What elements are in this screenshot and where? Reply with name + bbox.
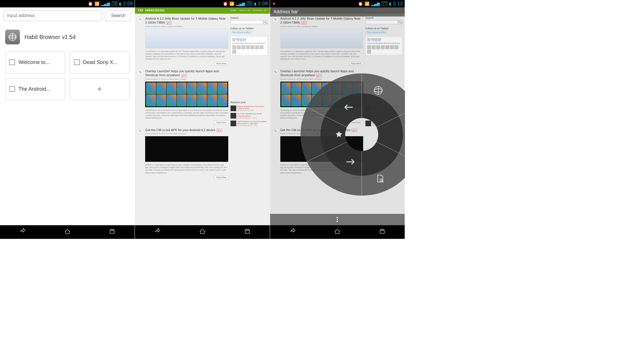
recents-icon[interactable] — [379, 228, 386, 236]
tile-label: Welcome to... — [18, 59, 50, 65]
speed-dial-tile[interactable]: The Android... — [5, 78, 65, 100]
battery-level: 78 — [112, 1, 117, 6]
tile-label: The Android... — [18, 86, 50, 92]
alarm-icon: ⏰ — [223, 1, 228, 6]
read-more-button[interactable]: Read More — [214, 175, 228, 179]
clock: 2:08 — [258, 1, 268, 6]
wifi-icon: 📶 — [229, 1, 234, 6]
article[interactable]: ✎ Overlay Launcher helps you quickly lau… — [137, 69, 228, 125]
clock: 2:08 — [123, 1, 133, 6]
article-meta: Posted on March 21, 2013 in Android Apps… — [145, 78, 228, 80]
article-title[interactable]: Get the CM cLock APK for your Android 4.… — [145, 128, 215, 132]
battery-icon: ▮ — [254, 1, 256, 6]
random-post-title: Random post — [231, 101, 268, 104]
fb-like-row[interactable]: Like · You like this — [232, 40, 266, 42]
pane-home: ⏰ 📶 ▂▄▆ 78 ▮ 2:08 Search Habit Browser v… — [0, 0, 135, 239]
article-title[interactable]: Android 4.1.2 Jelly Bean Update for T-Mo… — [145, 17, 225, 24]
recents-icon[interactable] — [108, 228, 116, 236]
signal-icon: ▂▄▆ — [371, 1, 380, 6]
svg-rect-20 — [380, 230, 384, 233]
pencil-icon: ✎ — [137, 128, 143, 134]
signal-icon: ▂▄▆ — [101, 1, 110, 6]
gplus-badge[interactable]: g+1 — [166, 21, 172, 24]
gplus-badge[interactable]: g+1 — [181, 74, 187, 77]
bottom-menu-bar[interactable] — [270, 214, 405, 225]
home-icon[interactable] — [334, 228, 341, 236]
svg-rect-2 — [110, 230, 114, 233]
status-bar: ⏰ 📶 ▂▄▆ 78 ▮ 2:08 — [0, 0, 135, 7]
article-image — [145, 136, 228, 162]
placeholder-icon — [9, 86, 15, 92]
nav-link[interactable]: ABOUT US — [239, 10, 250, 11]
pane-browser: ⏰ 📶 ▂▄▆ 78 ▮ 2:08 THE ANDROIDSOUL HOME A… — [135, 0, 270, 239]
svg-rect-21 — [381, 229, 384, 230]
gplus-badge[interactable]: g+1 — [217, 129, 222, 132]
notification-icon — [273, 3, 275, 5]
pencil-icon: ✎ — [137, 69, 143, 75]
article[interactable]: ✎ Get the CM cLock APK for your Android … — [137, 128, 228, 179]
alarm-icon: ⏰ — [88, 1, 93, 6]
battery-level: 78 — [247, 1, 252, 6]
status-bar: ⏰ 📶 ▂▄▆ 78 ▮ 2:08 — [135, 0, 270, 7]
system-nav-bar — [135, 225, 270, 239]
article-image — [145, 29, 228, 49]
article-image — [145, 82, 228, 107]
pane-pie-menu: ⏰ 📶 ▂▄▆ 77 ▮ 2:12 THE ANDROIDSOUL HOMEAB… — [270, 0, 405, 239]
speed-dial-tile[interactable]: Welcome to... — [5, 51, 65, 73]
sidebar-search-button[interactable]: 🔍 — [264, 20, 268, 24]
wifi-icon: 📶 — [365, 1, 369, 6]
placeholder-icon — [74, 59, 80, 65]
search-button[interactable]: Search — [105, 10, 131, 21]
nav-link[interactable]: CONTACT US — [253, 10, 267, 11]
sidebar-search-input[interactable] — [231, 20, 263, 24]
wifi-icon: 📶 — [94, 1, 99, 6]
recents-icon[interactable] — [244, 228, 251, 236]
back-icon[interactable] — [289, 228, 296, 236]
read-more-button[interactable]: Read More — [214, 62, 228, 65]
nav-link[interactable]: HOME — [230, 10, 236, 11]
article[interactable]: ✎ Android 4.1.2 Jelly Bean Update for T-… — [137, 16, 228, 66]
clock: 2:12 — [393, 1, 403, 6]
battery-icon: ▮ — [119, 1, 121, 6]
fb-avatars — [232, 45, 266, 54]
read-more-button[interactable]: Read More — [214, 121, 228, 124]
pencil-icon: ✎ — [137, 16, 143, 23]
site-header: THE ANDROIDSOUL HOME ABOUT US CONTACT US — [135, 7, 270, 14]
address-bar-overlay[interactable]: Address bar — [270, 7, 405, 16]
battery-icon: ▮ — [389, 1, 391, 6]
sidebar-search-title: Search — [231, 16, 268, 19]
site-logo[interactable]: THE ANDROIDSOUL — [138, 9, 165, 12]
article-excerpt: The Android 4.1.2 Jelly Bean update for … — [145, 50, 228, 60]
speed-dial-tile[interactable]: Dead Sony X... — [70, 51, 130, 73]
random-post[interactable]: Android Smartwatch by Samsung is 'indeed… — [231, 106, 268, 111]
habit-logo-icon — [5, 30, 20, 44]
back-icon[interactable] — [19, 228, 26, 236]
twitter-follow-button[interactable]: Follow @theAndroidSoul — [231, 31, 252, 34]
article-meta: Posted on March 21, 2013 in Android Apps… — [145, 133, 228, 135]
system-nav-bar — [0, 225, 135, 239]
article-meta: Posted on March 22, 2013 in Updates by A… — [145, 26, 228, 27]
random-post[interactable]: ASUS Padfone 2 to come pre-installed wit… — [231, 121, 268, 126]
random-post[interactable]: Ice Cream Sandwich port for the Samsung … — [231, 113, 268, 119]
address-input[interactable] — [3, 10, 102, 21]
facebook-widget[interactable]: The Android Soul Like · You like this Yo… — [231, 36, 268, 55]
svg-rect-4 — [245, 230, 249, 233]
back-icon[interactable] — [154, 228, 161, 236]
home-icon[interactable] — [64, 228, 71, 236]
battery-level: 77 — [382, 1, 387, 6]
tile-label: Dead Sony X... — [83, 59, 118, 65]
home-icon[interactable] — [199, 228, 206, 236]
system-nav-bar — [270, 225, 405, 239]
add-tile-button[interactable]: + — [70, 78, 130, 100]
twitter-title: Follow us on Twitter! — [231, 27, 268, 30]
page-title: Habit Browser v1.54 — [24, 34, 76, 40]
placeholder-icon — [9, 59, 15, 65]
alarm-icon: ⏰ — [358, 1, 363, 6]
webpage: THE ANDROIDSOUL HOMEABOUT USCONTACT US ✎… — [270, 7, 405, 225]
article-excerpt: Android 4.2 Jelly Bean brought along a m… — [145, 164, 228, 174]
fb-like-text: You and 3,169 others like The Android So… — [232, 42, 266, 44]
overflow-icon[interactable] — [337, 217, 338, 222]
sidebar: Search 🔍 Follow us on Twitter! Follow @t… — [231, 16, 268, 222]
webpage[interactable]: THE ANDROIDSOUL HOME ABOUT US CONTACT US… — [135, 7, 270, 225]
status-bar: ⏰ 📶 ▂▄▆ 77 ▮ 2:12 — [270, 0, 405, 7]
